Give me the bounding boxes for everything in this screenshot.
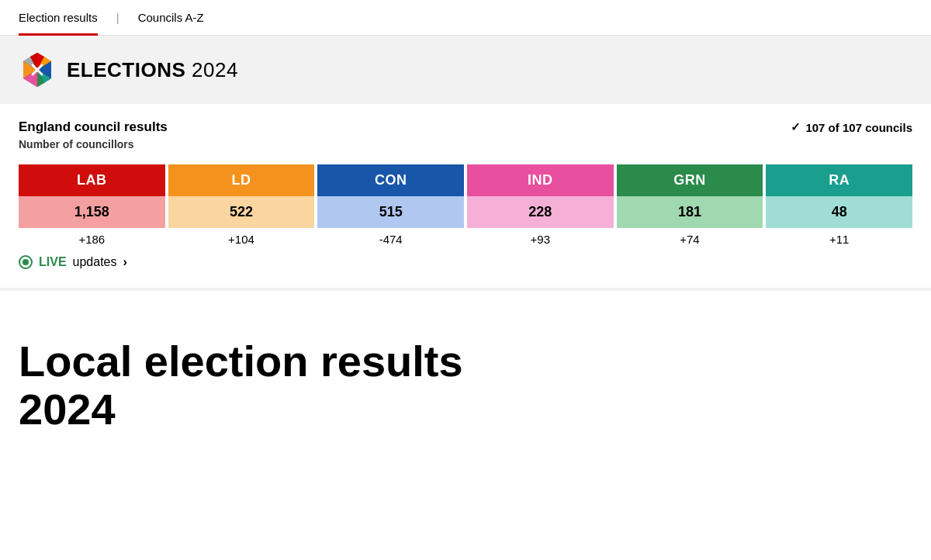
live-text: updates [73,255,117,269]
party-col-con: CON515-474 [317,164,464,246]
elections-title-year: 2024 [185,58,238,81]
party-count-ld: 522 [168,196,315,228]
elections-title: ELECTIONS 2024 [67,58,238,82]
party-name-con: CON [317,164,464,196]
party-name-grn: GRN [617,164,763,196]
results-header-row: England council results ✓ 107 of 107 cou… [19,119,912,135]
party-col-ind: IND228+93 [467,164,614,246]
party-change-grn: +74 [680,233,699,246]
party-change-lab: +186 [78,233,105,246]
elections-logo-icon [19,51,56,88]
councils-count: ✓ 107 of 107 councils [791,120,912,134]
chevron-right-icon: › [123,255,127,269]
party-count-ra: 48 [766,196,912,228]
live-icon [19,255,33,269]
councils-count-text: 107 of 107 councils [805,121,912,134]
tab-election-results[interactable]: Election results [19,0,98,35]
party-count-lab: 1,158 [19,196,165,228]
party-count-con: 515 [317,196,464,228]
party-col-grn: GRN181+74 [617,164,763,246]
elections-title-bold: ELECTIONS [67,58,185,81]
results-panel: England council results ✓ 107 of 107 cou… [0,104,931,291]
results-title: England council results [19,119,168,135]
party-name-lab: LAB [19,164,165,196]
main-heading-line1: Local election results [19,337,463,385]
main-heading: Local election results 2024 [19,337,912,433]
party-change-ind: +93 [531,233,550,246]
live-updates[interactable]: LIVE updates › [19,255,912,269]
check-icon: ✓ [791,120,801,134]
party-change-ld: +104 [228,233,254,246]
big-heading-section: Local election results 2024 [0,291,931,464]
party-col-lab: LAB1,158+186 [19,164,165,246]
tab-councils-az[interactable]: Councils A-Z [138,0,204,35]
live-label: LIVE [39,255,67,269]
party-name-ra: RA [766,164,912,196]
nav-separator: | [116,11,119,24]
party-col-ld: LD522+104 [168,164,315,246]
party-count-grn: 181 [617,196,763,228]
live-icon-inner [22,259,29,265]
party-grid: LAB1,158+186LD522+104CON515-474IND228+93… [19,164,912,246]
main-heading-line2: 2024 [19,385,116,434]
party-count-ind: 228 [467,196,614,228]
party-col-ra: RA48+11 [766,164,912,246]
party-change-con: -474 [379,233,403,246]
results-subtitle: Number of councillors [19,138,912,150]
party-name-ind: IND [467,164,614,196]
party-change-ra: +11 [829,233,849,246]
party-name-ld: LD [168,164,315,196]
nav-tabs: Election results | Councils A-Z [0,0,931,36]
elections-header: ELECTIONS 2024 [0,36,931,104]
